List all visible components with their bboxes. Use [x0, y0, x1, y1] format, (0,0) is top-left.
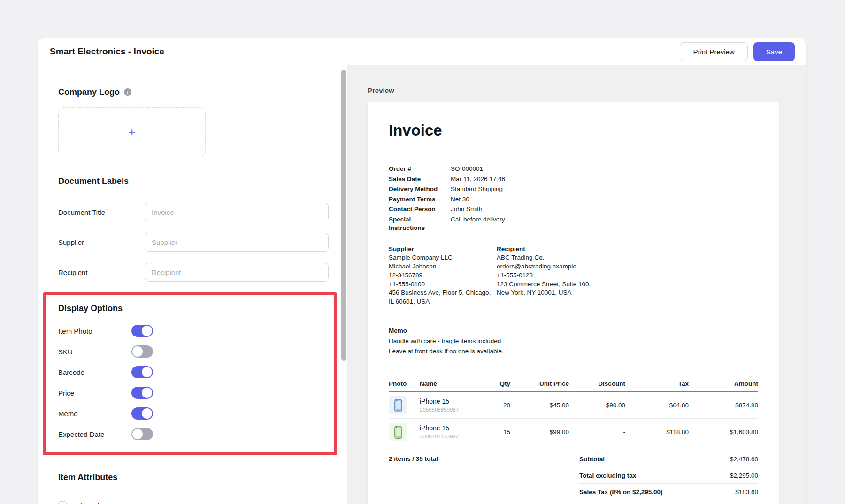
document-title-input[interactable]	[145, 203, 329, 221]
preview-panel: Preview Invoice Order # SO-000001 Sales …	[347, 65, 806, 504]
display-options-heading: Display Options	[58, 303, 325, 313]
total-value: $2,478.60	[730, 456, 758, 463]
meta-label: Special Instructions	[389, 215, 451, 232]
meta-label: Delivery Method	[389, 185, 451, 193]
item-name-cell: iPhone 15 2000701723992	[420, 424, 466, 439]
preview-label: Preview	[368, 86, 779, 94]
config-content: Company Logo i + Document Labels Documen…	[38, 65, 347, 504]
total-label: Total excluding tax	[579, 472, 730, 479]
total-value: $2,295.00	[730, 472, 758, 479]
item-amount: $874.80	[689, 402, 758, 409]
meta-row-delivery-method: Delivery Method Standard Shipping	[389, 185, 758, 193]
supplier-field-row: Supplier	[58, 233, 329, 252]
config-scrollbar-thumb[interactable]	[341, 70, 346, 361]
item-discount: $90.00	[569, 402, 625, 409]
meta-value: John Smith	[451, 205, 483, 214]
col-header-discount: Discount	[569, 380, 625, 387]
price-toggle[interactable]	[131, 387, 153, 399]
item-barcode: 2000701723992	[420, 434, 466, 439]
select-all-label: Select All	[72, 502, 101, 504]
supplier-registration: 12-3456789	[389, 271, 493, 280]
supplier-address: 456 Business Ave, Floor 5, Chicago, IL 6…	[389, 289, 493, 306]
supplier-label: Supplier	[58, 238, 145, 246]
item-photo-toggle[interactable]	[131, 325, 153, 337]
toggle-row-barcode: Barcode	[58, 366, 325, 378]
config-panel: Company Logo i + Document Labels Documen…	[38, 65, 347, 504]
invoice-meta: Order # SO-000001 Sales Date Mar 11, 202…	[389, 165, 758, 232]
recipient-field-row: Recipient	[58, 263, 329, 282]
meta-value: Mar 11, 2026 17:46	[451, 175, 505, 183]
supplier-input[interactable]	[145, 233, 329, 252]
item-unit-price: $45.00	[510, 402, 569, 409]
toggle-row-expected-date: Expected Date	[58, 428, 325, 440]
page-title: Smart Electronics - Invoice	[50, 46, 164, 57]
supplier-block: Supplier Sample Company LLC Michael John…	[389, 245, 493, 307]
supplier-contact: Michael Johnson	[389, 262, 493, 271]
item-photo-label: Item Photo	[58, 327, 131, 335]
item-attributes-heading: Item Attributes	[58, 472, 329, 482]
meta-label: Sales Date	[389, 175, 451, 183]
invoice-title: Invoice	[389, 122, 758, 139]
select-all-checkbox[interactable]	[58, 501, 67, 504]
recipient-phone: +1-555-0123	[497, 271, 600, 280]
barcode-toggle[interactable]	[131, 366, 153, 378]
toggle-knob	[142, 367, 152, 377]
app-window: Smart Electronics - Invoice Print Previe…	[38, 38, 806, 504]
toggle-row-item-photo: Item Photo	[58, 325, 325, 337]
col-header-tax: Tax	[625, 380, 689, 387]
table-row: iPhone 15 2050508850087 20 $45.00 $90.00…	[389, 392, 758, 419]
toggle-row-sku: SKU	[58, 345, 325, 358]
toggle-knob	[142, 326, 152, 336]
items-table: Photo Name Qty Unit Price Discount Tax A…	[389, 380, 758, 445]
save-button[interactable]: Save	[753, 42, 795, 61]
meta-row-special-instructions: Special Instructions Call before deliver…	[389, 215, 758, 232]
meta-row-order-number: Order # SO-000001	[389, 165, 758, 173]
phone-image-icon	[391, 398, 405, 412]
memo-toggle[interactable]	[131, 407, 153, 420]
toggle-knob	[132, 346, 143, 357]
items-count: 2 items / 35 total	[389, 451, 438, 504]
barcode-label: Barcode	[58, 368, 131, 376]
invoice-title-divider	[389, 147, 758, 147]
total-row: Total $2,478.60	[579, 500, 758, 504]
page: Smart Electronics - Invoice Print Previe…	[0, 0, 845, 504]
phone-image-icon	[391, 425, 405, 439]
invoice-preview-document: Invoice Order # SO-000001 Sales Date Mar…	[368, 102, 779, 504]
toggle-knob	[132, 429, 143, 439]
item-discount: -	[569, 428, 625, 435]
table-row: iPhone 15 2000701723992 15 $99.00 - $118…	[389, 419, 758, 445]
total-label: Subtotal	[579, 456, 730, 463]
item-name: iPhone 15	[420, 397, 466, 405]
supplier-company: Sample Company LLC	[389, 253, 493, 262]
memo-line: Leave at front desk if no one is availab…	[389, 346, 758, 357]
meta-label: Payment Terms	[389, 195, 451, 204]
meta-row-contact-person: Contact Person John Smith	[389, 205, 758, 214]
subtotal-row: Subtotal $2,478.60	[579, 451, 758, 467]
sku-toggle[interactable]	[131, 345, 153, 358]
meta-row-payment-terms: Payment Terms Net 30	[389, 195, 758, 204]
items-table-header: Photo Name Qty Unit Price Discount Tax A…	[389, 380, 758, 392]
item-photo-cell	[389, 396, 420, 414]
recipient-email: orders@abctrading.example	[497, 262, 600, 271]
company-logo-header: Company Logo i	[58, 87, 329, 97]
meta-value: Net 30	[451, 195, 469, 204]
recipient-company: ABC Trading Co.	[497, 253, 600, 262]
totals-table: Subtotal $2,478.60 Total excluding tax $…	[579, 451, 758, 504]
item-photo-cell	[389, 423, 420, 441]
meta-value: SO-000001	[451, 165, 483, 173]
print-preview-button[interactable]: Print Preview	[680, 42, 747, 61]
sku-label: SKU	[58, 348, 131, 356]
plus-icon: +	[128, 126, 135, 138]
item-barcode: 2050508850087	[420, 407, 466, 412]
recipient-block: Recipient ABC Trading Co. orders@abctrad…	[497, 245, 600, 307]
toggle-row-price: Price	[58, 387, 325, 399]
recipient-input[interactable]	[145, 263, 329, 282]
item-qty: 15	[466, 428, 510, 435]
col-header-qty: Qty	[466, 380, 510, 387]
meta-row-sales-date: Sales Date Mar 11, 2026 17:46	[389, 175, 758, 183]
item-unit-price: $99.00	[510, 428, 569, 435]
logo-upload-dropzone[interactable]: +	[58, 107, 206, 156]
info-icon[interactable]: i	[124, 88, 131, 96]
company-logo-heading: Company Logo	[58, 87, 120, 97]
expected-date-toggle[interactable]	[131, 428, 153, 440]
